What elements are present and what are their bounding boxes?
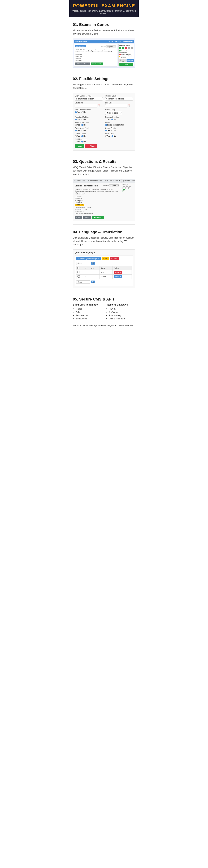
lang-toolbar: + Add New Question Language ✎ Edit ✕ Del… [76, 257, 132, 260]
close-button[interactable]: ✕ Close [85, 144, 97, 148]
instant-yes[interactable]: Yes [75, 135, 80, 137]
settings-row-6: Result After Finish Yes No Option Shuffl… [75, 127, 133, 131]
search-input[interactable] [76, 261, 90, 265]
end-date-calendar-icon[interactable]: 📅 [128, 104, 131, 107]
neg-marking-no[interactable]: No [81, 118, 85, 120]
tab-time-management[interactable]: TIME MANAGEMENT [103, 179, 122, 183]
tab-score-card[interactable]: SCORE CARD [73, 179, 86, 183]
result-header: Solution For Medicine Pre View In: Engli… [75, 184, 119, 187]
section-01-desc: Modern online Mock Test and assessment P… [73, 29, 135, 35]
browser-no[interactable]: No [81, 124, 85, 126]
delete-language-button[interactable]: ✕ Delete [110, 257, 119, 260]
field-negative-marking: Negative Marking Yes No [75, 116, 103, 120]
solution-view-in[interactable]: English [109, 184, 119, 187]
bio-num-4[interactable]: 4 [123, 189, 125, 192]
submit-button[interactable]: Submit [119, 63, 133, 66]
select-all-checkbox[interactable] [77, 267, 80, 269]
exam-duration-input[interactable] [75, 97, 103, 100]
instruction-btn[interactable]: Instruction [127, 59, 134, 62]
multilang-no[interactable]: No [81, 141, 85, 143]
save-button[interactable]: Save [75, 144, 84, 148]
settings-row-1: Exam Duration (Min.) Attempt Count [75, 95, 133, 100]
tab-subject-report[interactable]: SUBJECT REPORT [86, 179, 103, 183]
next-result-btn[interactable]: Next→ [83, 216, 91, 219]
option-2[interactable]: Plantae [75, 56, 116, 57]
edit-language-button[interactable]: ✎ Edit [102, 257, 109, 260]
attempt-count-input[interactable] [105, 97, 133, 100]
instant-no[interactable]: No [81, 135, 85, 137]
option-1[interactable]: Animalia [75, 54, 116, 55]
field-end-date: End Date 📅 [105, 102, 133, 107]
math-yes[interactable]: Yes [105, 135, 110, 137]
field-start-date: Start Date 📅 [75, 102, 103, 107]
legend-dot-answered [119, 50, 120, 52]
section-03: 03. Questions & Results MCQ, True & Fals… [69, 154, 139, 224]
col-sort[interactable]: ▲▼ [90, 266, 100, 270]
row-checkbox-1[interactable] [77, 271, 80, 273]
settings-row-5: Browser Tolerance Yes No Mode Exam Prepa… [75, 122, 133, 126]
option-dot-3 [75, 58, 77, 59]
bio-num-1[interactable]: 1 [123, 186, 125, 189]
next-button[interactable]: Next & Save ► [91, 62, 103, 65]
palette-cell-5[interactable]: 5 [131, 47, 133, 49]
show-answer-yes[interactable]: Yes [75, 111, 80, 113]
time-taken-value: 1 Min 44 Sec [84, 213, 93, 215]
bottom-search-button[interactable]: 🔍 [91, 281, 95, 283]
exam-preview-header: Medicine Pre 0 50 Questions 50 Answered [74, 40, 134, 43]
correct-answer-row: Correct Answer : Option3 [75, 207, 119, 208]
prev-button[interactable]: ◄ Previous & Save [75, 62, 90, 65]
search-button[interactable]: 🔍 [91, 262, 95, 265]
start-date-calendar-icon[interactable]: 📅 [98, 104, 100, 107]
bio-num-2[interactable]: 2 [126, 186, 128, 189]
multilang-yes[interactable]: Yes [75, 141, 80, 143]
table-row: 2 English Action ▾ [76, 275, 132, 279]
select-group-dropdown[interactable]: None selected [105, 111, 122, 115]
palette-cell-3[interactable]: 3 [125, 47, 127, 49]
palette-cell-1[interactable]: 1 [119, 47, 121, 49]
payment-list: PayPal CcAvenue PayUmoney Offline Paymen… [106, 307, 135, 320]
option-3[interactable]: Fungi [75, 58, 116, 59]
correct-answer-value: Option3 [87, 207, 92, 208]
settings-row-2: Start Date 📅 End Date 📅 [75, 102, 133, 107]
page-header: POWERFUL EXAM ENGINE "Most Feature Rich … [69, 0, 139, 17]
exam-nav: ◄ Previous & Save Next & Save ► [75, 62, 116, 65]
bookmark-btn[interactable]: ★ Bookmark [92, 216, 104, 219]
list-item: PayUmoney [109, 314, 135, 317]
random-q-no[interactable]: No [111, 118, 116, 120]
view-in-select[interactable]: English [106, 45, 116, 48]
math-no[interactable]: No [111, 135, 116, 137]
mode-exam[interactable]: Exam [105, 124, 112, 126]
palette-cell-2[interactable]: 2 [122, 47, 124, 49]
result-no[interactable]: No [81, 129, 85, 131]
section-02-desc: Marking parameters, Result Controls, Que… [73, 83, 135, 90]
option-dot-1 [75, 54, 77, 55]
shuffle-no[interactable]: No [111, 129, 116, 131]
action-btn-1[interactable]: Action ▾ [114, 271, 122, 274]
show-answer-no[interactable]: No [81, 111, 85, 113]
tab-question-report[interactable]: QUESTION REPORT [122, 179, 135, 183]
end-date-input[interactable] [105, 104, 128, 107]
section-05-title: 05. Secure CMS & APIs [73, 297, 135, 302]
question-palette: 1 2 3 4 5 [119, 47, 133, 49]
option-4[interactable]: Protista [75, 60, 116, 61]
prev-result-btn[interactable]: ←Prev [75, 216, 82, 219]
action-btn-2[interactable]: Action ▾ [114, 275, 122, 278]
field-mode: Mode Exam Preparation [105, 122, 133, 126]
bottom-search-input[interactable] [76, 280, 90, 284]
shuffle-yes[interactable]: Yes [105, 129, 110, 131]
add-language-button[interactable]: + Add New Question Language [76, 257, 101, 260]
question-paper-btn[interactable]: Question Paper [119, 59, 126, 62]
browser-yes[interactable]: Yes [75, 124, 80, 126]
mode-preparation[interactable]: Preparation [113, 124, 124, 126]
table-row: 1 Hindi Action ▾ [76, 270, 132, 275]
palette-cell-4[interactable]: 4 [128, 47, 130, 49]
settings-row-8: Multi Language Yes No [75, 138, 133, 143]
random-q-yes[interactable]: Yes [105, 118, 110, 120]
result-yes[interactable]: Yes [75, 129, 80, 131]
neg-marking-yes[interactable]: Yes [75, 118, 80, 120]
start-date-input[interactable] [75, 104, 97, 107]
settings-panel: Exam Duration (Min.) Attempt Count Start… [73, 93, 135, 151]
cms-column: Build CMS to manage Pages Ads Testimonia… [73, 303, 102, 321]
bio-num-3[interactable]: 3 [129, 186, 131, 189]
row-checkbox-2[interactable] [77, 275, 80, 278]
